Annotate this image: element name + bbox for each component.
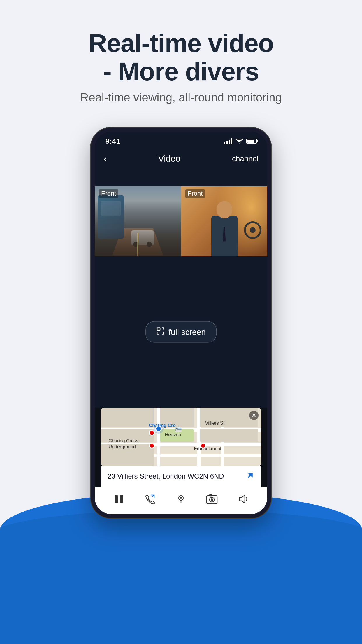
svg-rect-0 [157, 328, 160, 331]
signal-bar-3 [229, 140, 230, 144]
channel-button[interactable]: channel [232, 154, 259, 163]
location-button[interactable] [175, 493, 187, 505]
map-label-charing-cro: Charing Cro [149, 423, 176, 428]
screenshot-button[interactable] [205, 493, 218, 505]
thumb-right-label: Front [185, 189, 205, 198]
subtitle-text: Real-time viewing, all-round monitoring [0, 91, 362, 104]
map-section[interactable]: Charing CrossUnderground Charing Cro Hea… [101, 408, 261, 466]
nav-title: Video [158, 154, 180, 164]
fullscreen-label: full screen [168, 327, 206, 337]
svg-point-7 [211, 498, 213, 501]
nav-bar: ‹ Video channel [95, 149, 267, 169]
map-label-heaven: Heaven [165, 432, 181, 438]
map-close-button[interactable]: ✕ [249, 411, 259, 420]
map-label-embankment: Embankment [194, 446, 221, 452]
header-section: Real-time video - More divers Real-time … [0, 0, 362, 116]
signal-bar-1 [224, 142, 225, 144]
title-line2: - More divers [103, 57, 259, 86]
status-time: 9:41 [105, 137, 120, 146]
call-button[interactable] [144, 493, 157, 505]
svg-rect-2 [120, 495, 123, 503]
status-icons [224, 138, 257, 144]
fullscreen-icon [156, 327, 164, 337]
svg-point-4 [180, 497, 182, 499]
back-button[interactable]: ‹ [103, 153, 107, 164]
signal-icon [224, 138, 232, 144]
phone-inner: 9:41 [95, 132, 267, 514]
railway-icon: 🚈 [175, 425, 182, 432]
thumb-left-label: Front [99, 189, 118, 198]
address-bar: 23 Villiers Street, London WC2N 6ND [101, 466, 261, 487]
map-label-cross-underground: Charing CrossUnderground [109, 438, 138, 450]
svg-rect-1 [115, 495, 118, 503]
block-mr [200, 429, 258, 442]
phone-wrapper: 9:41 [0, 127, 362, 518]
main-title: Real-time video - More divers [0, 29, 362, 86]
steering-wheel [244, 221, 261, 239]
volume-button[interactable] [237, 493, 249, 505]
fullscreen-button[interactable]: full screen [145, 321, 217, 343]
signal-bar-4 [231, 138, 232, 144]
battery-icon [246, 139, 257, 144]
main-video-area: full screen [95, 256, 267, 408]
wifi-icon [235, 138, 243, 144]
status-bar: 9:41 [95, 132, 267, 149]
map-label-villiers: Villiers St [205, 421, 224, 426]
battery-fill [247, 140, 254, 143]
bottom-controls [95, 487, 267, 514]
address-text: 23 Villiers Street, London WC2N 6ND [108, 472, 224, 480]
background-blob-inner [0, 510, 362, 644]
phone-outer: 9:41 [91, 127, 271, 518]
title-line1: Real-time video [88, 29, 273, 57]
navigate-icon[interactable] [246, 471, 254, 482]
video-thumbnails: Front Front [95, 186, 267, 256]
pause-button[interactable] [113, 493, 125, 505]
map-station-charing [149, 430, 155, 436]
video-top-space [95, 169, 267, 186]
map-station-embankment [200, 443, 206, 449]
map-blue-dot [155, 426, 162, 432]
map-background: Charing CrossUnderground Charing Cro Hea… [101, 408, 261, 466]
map-station-cross-underground [149, 443, 155, 449]
driver-head [216, 201, 232, 218]
signal-bar-2 [226, 141, 228, 144]
video-thumb-front-left[interactable]: Front [95, 186, 181, 256]
video-thumb-front-right[interactable]: Front [181, 186, 267, 256]
block-tl [101, 408, 154, 427]
